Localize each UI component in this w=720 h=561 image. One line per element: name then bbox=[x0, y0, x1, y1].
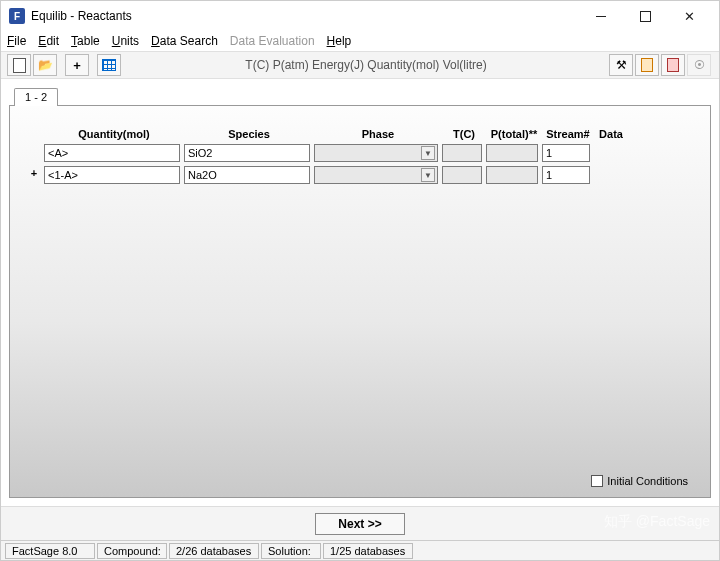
header-stream: Stream# bbox=[542, 128, 594, 140]
statusbar: FactSage 8.0 Compound: 2/26 databases So… bbox=[1, 540, 719, 560]
menu-file[interactable]: File bbox=[7, 34, 26, 48]
menu-table[interactable]: Table bbox=[71, 34, 100, 48]
quantity-input[interactable] bbox=[44, 166, 180, 184]
header-quantity: Quantity(mol) bbox=[44, 128, 184, 140]
page-icon bbox=[641, 58, 653, 72]
chevron-down-icon: ▼ bbox=[421, 168, 435, 182]
menu-dataeval: Data Evaluation bbox=[230, 34, 315, 48]
menubar: File Edit Table Units Data Search Data E… bbox=[1, 31, 719, 51]
grid-icon bbox=[102, 59, 116, 71]
button-row: Next >> bbox=[1, 506, 719, 540]
window-controls: ✕ bbox=[579, 2, 711, 30]
row-operator: + bbox=[28, 167, 40, 179]
status-compound-value: 2/26 databases bbox=[169, 543, 259, 559]
content-area: 1 - 2 Quantity(mol) Species Phase T(C) P… bbox=[1, 79, 719, 506]
app-icon: F bbox=[9, 8, 25, 24]
tab-panel: 1 - 2 Quantity(mol) Species Phase T(C) P… bbox=[9, 105, 711, 498]
maximize-button[interactable] bbox=[623, 2, 667, 30]
page-red-icon bbox=[667, 58, 679, 72]
tc-input[interactable] bbox=[442, 166, 482, 184]
page2-button[interactable] bbox=[661, 54, 685, 76]
tools-icon bbox=[616, 58, 627, 72]
tc-input[interactable] bbox=[442, 144, 482, 162]
menu-units[interactable]: Units bbox=[112, 34, 139, 48]
header-species: Species bbox=[184, 128, 314, 140]
phase-select[interactable]: ▼ bbox=[314, 166, 438, 184]
phase-select[interactable]: ▼ bbox=[314, 144, 438, 162]
header-data: Data bbox=[594, 128, 628, 140]
reactant-row: + ▼ bbox=[24, 164, 696, 186]
grid-header: Quantity(mol) Species Phase T(C) P(total… bbox=[24, 126, 696, 142]
titlebar: F Equilib - Reactants ✕ bbox=[1, 1, 719, 31]
open-button[interactable]: 📂 bbox=[33, 54, 57, 76]
toolbar: 📂 + T(C) P(atm) Energy(J) Quantity(mol) … bbox=[1, 51, 719, 79]
grid-button[interactable] bbox=[97, 54, 121, 76]
ptotal-input[interactable] bbox=[486, 144, 538, 162]
disabled-tool-button: ⦿ bbox=[687, 54, 711, 76]
status-app: FactSage 8.0 bbox=[5, 543, 95, 559]
window-title: Equilib - Reactants bbox=[31, 9, 579, 23]
dim-icon: ⦿ bbox=[694, 59, 705, 71]
initial-conditions-label: Initial Conditions bbox=[607, 475, 688, 487]
folder-open-icon: 📂 bbox=[38, 58, 53, 72]
tools-button[interactable] bbox=[609, 54, 633, 76]
minimize-button[interactable] bbox=[579, 2, 623, 30]
stream-input[interactable] bbox=[542, 144, 590, 162]
close-button[interactable]: ✕ bbox=[667, 2, 711, 30]
status-solution-value: 1/25 databases bbox=[323, 543, 413, 559]
header-tc: T(C) bbox=[442, 128, 486, 140]
page1-button[interactable] bbox=[635, 54, 659, 76]
file-icon bbox=[13, 58, 26, 73]
species-input[interactable] bbox=[184, 166, 310, 184]
menu-help[interactable]: Help bbox=[327, 34, 352, 48]
tab-1-2[interactable]: 1 - 2 bbox=[14, 88, 58, 106]
quantity-input[interactable] bbox=[44, 144, 180, 162]
plus-icon: + bbox=[73, 58, 81, 73]
reactant-row: ▼ bbox=[24, 142, 696, 164]
menu-edit[interactable]: Edit bbox=[38, 34, 59, 48]
add-button[interactable]: + bbox=[65, 54, 89, 76]
reactants-grid: Quantity(mol) Species Phase T(C) P(total… bbox=[24, 126, 696, 471]
initial-conditions-checkbox[interactable]: Initial Conditions bbox=[591, 475, 688, 487]
species-input[interactable] bbox=[184, 144, 310, 162]
stream-input[interactable] bbox=[542, 166, 590, 184]
next-button[interactable]: Next >> bbox=[315, 513, 404, 535]
ptotal-input[interactable] bbox=[486, 166, 538, 184]
chevron-down-icon: ▼ bbox=[421, 146, 435, 160]
new-button[interactable] bbox=[7, 54, 31, 76]
app-window: F Equilib - Reactants ✕ File Edit Table … bbox=[0, 0, 720, 561]
status-solution-label: Solution: bbox=[261, 543, 321, 559]
header-phase: Phase bbox=[314, 128, 442, 140]
menu-datasearch[interactable]: Data Search bbox=[151, 34, 218, 48]
header-ptotal: P(total)** bbox=[486, 128, 542, 140]
bottom-controls: Initial Conditions bbox=[10, 471, 710, 497]
status-compound-label: Compound: bbox=[97, 543, 167, 559]
checkbox-box-icon bbox=[591, 475, 603, 487]
units-display: T(C) P(atm) Energy(J) Quantity(mol) Vol(… bbox=[123, 58, 609, 72]
